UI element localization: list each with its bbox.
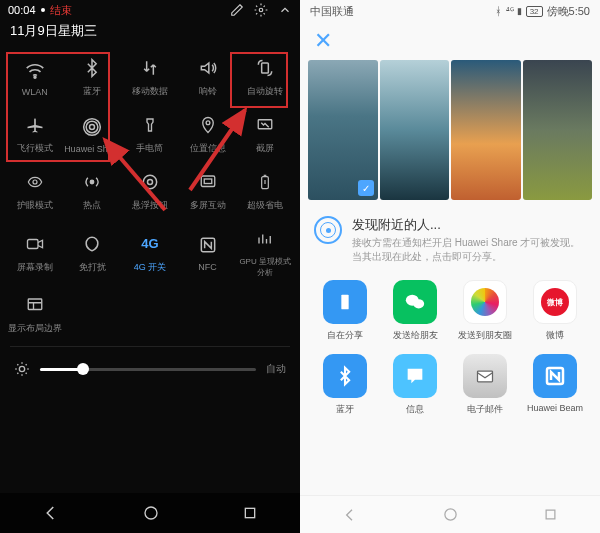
svg-point-30 [445,509,456,520]
svg-point-7 [90,124,95,129]
carrier-label: 中国联通 [310,4,354,19]
svg-point-27 [413,299,424,308]
tile-nfc[interactable]: NFC [179,219,237,285]
thumbnail-3[interactable] [451,60,521,200]
share-bluetooth[interactable]: 蓝牙 [310,354,380,416]
rec-label[interactable]: 结束 [50,3,72,18]
thumbnail-2[interactable] [380,60,450,200]
divider [10,346,290,347]
tile-battery[interactable]: 超级省电 [236,162,294,219]
back-button[interactable] [42,504,60,522]
4g-icon: 4G [137,231,163,257]
share-sheet-panel: 中国联通 ᚼ ⁴ᴳ ▮ 32 傍晚5:50 ✕ ✓ 发现附近的人... 接收方需… [300,0,600,533]
location-icon [199,115,217,135]
gear-icon[interactable] [254,3,268,17]
layout-icon [25,296,45,314]
dnd-icon [82,234,102,254]
share-wechat[interactable]: 发送给朋友 [380,280,450,342]
share-native[interactable]: 自在分享 [310,280,380,342]
tile-wlan[interactable]: WLAN [6,48,64,105]
share-moments[interactable]: 发送到朋友圈 [450,280,520,342]
wechat-icon [393,280,437,324]
svg-rect-24 [246,508,255,517]
image-thumbnails: ✓ [300,60,600,200]
rec-dot-icon [41,8,45,12]
recent-button[interactable] [242,505,258,521]
svg-rect-21 [28,299,42,310]
tile-record[interactable]: 屏幕录制 [6,219,64,285]
svg-point-12 [33,180,37,184]
battery-icon [257,171,273,193]
tile-rotate[interactable]: 自动旋转 [236,48,294,105]
airplane-icon [25,115,45,135]
tile-layout[interactable]: 显示布局边界 [6,285,64,342]
edit-icon[interactable] [230,3,244,17]
svg-point-13 [91,180,94,183]
weibo-icon: 微博 [533,280,577,324]
cast-icon [198,173,218,191]
tile-4g[interactable]: 4G4G 开关 [121,219,179,285]
recent-button-r[interactable] [543,507,558,522]
thumbnail-1[interactable]: ✓ [308,60,378,200]
svg-point-8 [87,121,99,133]
svg-point-14 [143,175,156,188]
signal-icon: ⁴ᴳ ▮ [506,6,522,16]
home-button[interactable] [143,505,159,521]
tile-data[interactable]: 移动数据 [121,48,179,105]
nav-bar [0,493,300,533]
hotspot-icon [82,172,102,192]
svg-point-0 [259,8,263,12]
tile-gpu[interactable]: GPU 呈现模式分析 [236,219,294,285]
home-button-r[interactable] [443,507,458,522]
share-email[interactable]: 电子邮件 [450,354,520,416]
back-button-r[interactable] [342,507,358,523]
brightness-icon [14,361,30,377]
tile-bluetooth[interactable]: 蓝牙 [64,48,122,105]
svg-rect-31 [546,510,555,519]
tile-cast[interactable]: 多屏互动 [179,162,237,219]
share-beam[interactable]: Huawei Beam [520,354,590,416]
tile-eye[interactable]: 护眼模式 [6,162,64,219]
moments-icon [463,280,507,324]
tile-location[interactable]: 位置信息 [179,105,237,162]
thumbnail-4[interactable] [523,60,593,200]
share-icon [82,117,102,137]
auto-brightness-toggle[interactable]: 自动 [266,362,286,376]
brightness-slider[interactable] [40,368,256,371]
tile-sound[interactable]: 响铃 [179,48,237,105]
svg-point-22 [19,366,24,371]
tile-screenshot[interactable]: 截屏 [236,105,294,162]
torch-icon [141,115,159,135]
tile-huawei-share[interactable]: Huawei Share [64,105,122,162]
tile-dnd[interactable]: 免打扰 [64,219,122,285]
wifi-icon [24,59,46,81]
tile-airplane[interactable]: 飞行模式 [6,105,64,162]
check-icon: ✓ [358,180,374,196]
tile-float[interactable]: 悬浮按钮 [121,162,179,219]
battery-status-icon: 32 [526,6,543,17]
float-icon [140,172,160,192]
share-weibo[interactable]: 微博微博 [520,280,590,342]
svg-point-15 [147,180,152,185]
share-message[interactable]: 信息 [380,354,450,416]
discover-icon [314,216,342,244]
date-label: 11月9日星期三 [0,20,300,48]
clock-right: 傍晚5:50 [547,4,590,19]
gpu-icon [255,230,275,248]
bluetooth-icon [82,58,102,78]
tile-hotspot[interactable]: 热点 [64,162,122,219]
svg-rect-6 [262,63,269,73]
brightness-row: 自动 [0,351,300,387]
svg-point-5 [34,76,36,78]
nfc-icon [198,235,218,255]
record-icon [24,235,46,253]
status-bar: 00:04 结束 [0,0,300,20]
svg-rect-25 [341,295,348,310]
discover-section[interactable]: 发现附近的人... 接收方需在通知栏开启 Huawei Share 才可被发现。… [300,200,600,280]
bluetooth-status-icon: ᚼ [495,5,502,17]
rotate-icon [255,58,275,78]
chevron-up-icon[interactable] [278,3,292,17]
eye-icon [25,174,45,190]
close-button[interactable]: ✕ [300,22,600,60]
tile-torch[interactable]: 手电筒 [121,105,179,162]
